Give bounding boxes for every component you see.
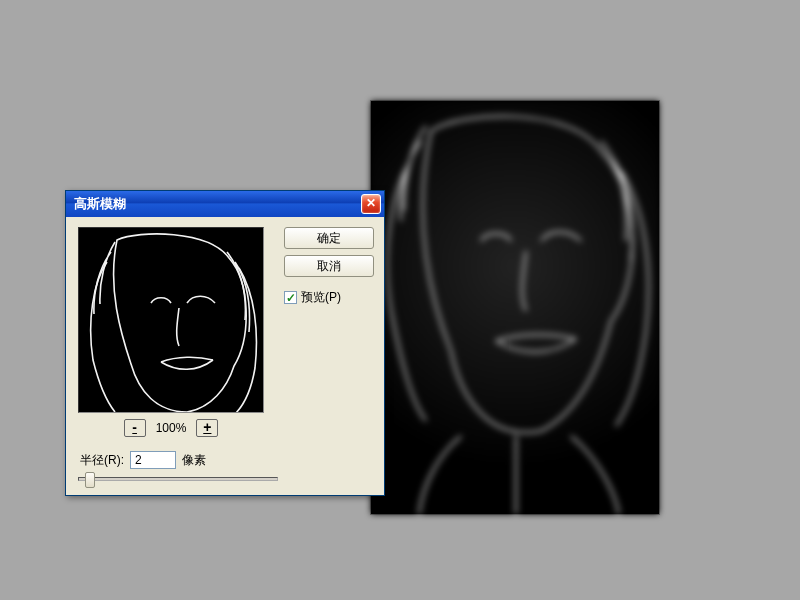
close-icon: ✕ bbox=[366, 196, 376, 210]
document-canvas bbox=[370, 100, 660, 515]
dialog-body: - 100% + 半径(R): 像素 确定 取消 ✓ 预览(P) bbox=[66, 217, 384, 495]
zoom-in-button[interactable]: + bbox=[196, 419, 218, 437]
radius-input[interactable] bbox=[130, 451, 176, 469]
dialog-buttons: 确定 取消 ✓ 预览(P) bbox=[284, 227, 374, 306]
slider-thumb[interactable] bbox=[85, 472, 95, 488]
gaussian-blur-dialog: 高斯模糊 ✕ bbox=[65, 190, 385, 496]
plus-icon: + bbox=[203, 419, 211, 435]
check-icon: ✓ bbox=[286, 293, 296, 303]
close-button[interactable]: ✕ bbox=[361, 194, 381, 214]
radius-label: 半径(R): bbox=[80, 452, 124, 469]
dialog-titlebar[interactable]: 高斯模糊 ✕ bbox=[66, 191, 384, 217]
preview-checkbox[interactable]: ✓ bbox=[284, 291, 297, 304]
preview-thumbnail[interactable] bbox=[78, 227, 264, 413]
ok-button[interactable]: 确定 bbox=[284, 227, 374, 249]
dialog-title: 高斯模糊 bbox=[74, 195, 126, 213]
preview-image bbox=[79, 228, 263, 412]
preview-checkbox-row: ✓ 预览(P) bbox=[284, 289, 374, 306]
zoom-percent: 100% bbox=[156, 421, 187, 435]
radius-row: 半径(R): 像素 bbox=[78, 451, 372, 469]
zoom-out-button[interactable]: - bbox=[124, 419, 146, 437]
zoom-controls: - 100% + bbox=[78, 419, 264, 437]
preview-checkbox-label: 预览(P) bbox=[301, 289, 341, 306]
minus-icon: - bbox=[132, 419, 137, 435]
cancel-button[interactable]: 取消 bbox=[284, 255, 374, 277]
canvas-image bbox=[371, 101, 659, 514]
radius-slider[interactable] bbox=[78, 477, 278, 481]
radius-unit: 像素 bbox=[182, 452, 206, 469]
